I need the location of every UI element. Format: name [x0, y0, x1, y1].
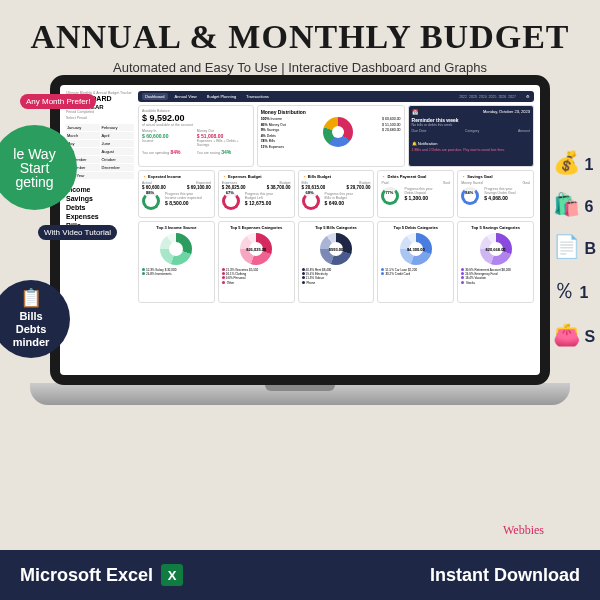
footer-bar: Microsoft Excel X Instant Download — [0, 550, 600, 600]
period-complete: Period Completed — [66, 110, 134, 114]
balance-card: Available Balance $ 9,592.00 of actual a… — [138, 105, 254, 167]
laptop-mockup: Ultimate Monthly & Annual Budget Tracker… — [30, 75, 570, 435]
kpi-2: 🔸 Bills Budget BillsBudget $ 20,615.00$ … — [298, 170, 375, 218]
brand-watermark: Webbies — [503, 523, 544, 538]
top5-2: Top 5 Bills Categories $593.00 40.8% Ren… — [298, 221, 375, 303]
kpi-4: 🔸 Savings Goal Money SavedGoal Progress … — [457, 170, 534, 218]
top5-3: Top 5 Debts Categories $4,300.00 51.5% C… — [377, 221, 454, 303]
top5-0: Top 3 Income Source 52.3% Salary $ 32,00… — [138, 221, 215, 303]
distribution-card: Money Distribution 100% Income 86% Money… — [257, 105, 405, 167]
category-labels: IncomeSavingsDebtsExpensesBills — [66, 185, 134, 230]
kpi-3: 🔸 Debts Payment Goal PaidGoal Progress t… — [377, 170, 454, 218]
top5-1: Top 5 Expenses Categories $26,025.00 21.… — [218, 221, 295, 303]
nav-tabs[interactable]: Dashboard Annual View Budget Planning Tr… — [138, 91, 534, 102]
select-period-label: Select Period — [66, 116, 134, 120]
kpi-0: 🔸 Expected Income ActualExpected $ 60,60… — [138, 170, 215, 218]
tab-annual[interactable]: Annual View — [172, 93, 200, 100]
hero-title: ANNUAL & MONTHLY BUDGET — [0, 0, 600, 60]
excel-icon: X — [161, 564, 183, 586]
badge-video: With Video Tutorial — [38, 225, 117, 240]
tab-dashboard[interactable]: Dashboard — [142, 93, 168, 100]
tab-budget[interactable]: Budget Planning — [204, 93, 239, 100]
reminder-card: 📅Monday, October 23, 2023 Reminder this … — [408, 105, 534, 167]
badge-any-month: Any Month Prefer! — [20, 94, 96, 109]
dist-donut — [323, 117, 353, 147]
footer-right: Instant Download — [430, 565, 580, 586]
top5-4: Top 5 Savings Categories $20,668.00 39.9… — [457, 221, 534, 303]
footer-left: Microsoft Excel — [20, 565, 153, 586]
year-selector[interactable]: 202220232024202520262027 — [459, 95, 516, 99]
tab-trans[interactable]: Transactions — [243, 93, 272, 100]
kpi-1: 🔸 Expenses Budget ExpensesBudget $ 26,02… — [218, 170, 295, 218]
